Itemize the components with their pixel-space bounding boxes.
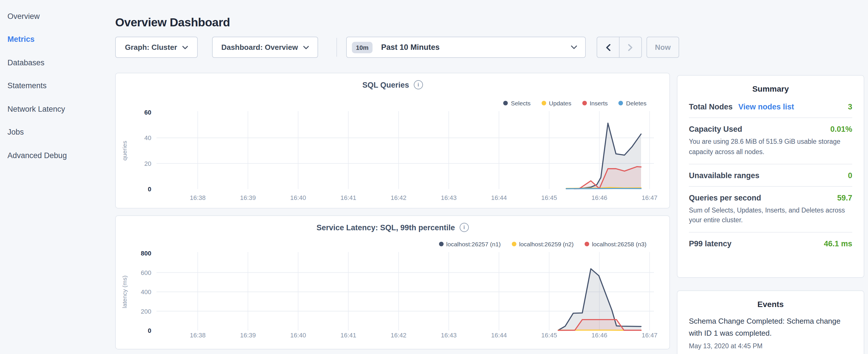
now-button[interactable]: Now bbox=[647, 37, 679, 58]
sidebar-item-network-latency[interactable]: Network Latency bbox=[0, 97, 109, 121]
summary-row-value: 59.7 bbox=[837, 193, 852, 202]
chart-legend-1: localhost:26257 (n1)localhost:26259 (n2)… bbox=[439, 240, 647, 248]
svg-text:16:45: 16:45 bbox=[541, 194, 557, 201]
summary-row-description: You are using 28.6 MiB of 515.9 GiB usab… bbox=[689, 137, 852, 157]
chart-title: Service Latency: SQL, 99th percentile bbox=[316, 223, 455, 232]
next-range-button[interactable] bbox=[619, 37, 641, 57]
events-panel: Events Schema Change Completed: Schema c… bbox=[677, 290, 864, 354]
svg-text:16:41: 16:41 bbox=[340, 194, 356, 201]
event-message: Schema Change Completed: Schema change w… bbox=[689, 315, 852, 339]
svg-text:16:39: 16:39 bbox=[240, 332, 256, 339]
svg-text:16:39: 16:39 bbox=[240, 194, 256, 201]
sidebar-item-metrics[interactable]: Metrics bbox=[0, 28, 109, 51]
legend-item: Updates bbox=[541, 100, 571, 106]
summary-heading: Summary bbox=[677, 84, 864, 93]
toolbar-divider bbox=[336, 38, 337, 57]
summary-row-value: 46.1 ms bbox=[824, 240, 852, 248]
sidebar-item-statements[interactable]: Statements bbox=[0, 74, 109, 97]
chevron-down-icon bbox=[303, 45, 309, 49]
svg-text:600: 600 bbox=[141, 269, 151, 277]
chevron-down-icon bbox=[571, 45, 577, 49]
sidebar-item-jobs[interactable]: Jobs bbox=[0, 121, 109, 144]
legend-label: Deletes bbox=[626, 100, 647, 106]
app-root: Overview Metrics Databases Statements Ne… bbox=[0, 0, 868, 354]
legend-label: localhost:26259 (n2) bbox=[519, 240, 574, 248]
info-icon[interactable]: i bbox=[414, 80, 423, 89]
legend-dot-icon bbox=[512, 242, 516, 246]
sidebar-item-databases[interactable]: Databases bbox=[0, 51, 109, 74]
time-window-label: Past 10 Minutes bbox=[381, 43, 440, 52]
svg-text:16:46: 16:46 bbox=[591, 332, 607, 339]
svg-text:40: 40 bbox=[145, 134, 151, 141]
summary-row-value: 0.01% bbox=[830, 125, 852, 133]
svg-text:0: 0 bbox=[148, 327, 151, 334]
svg-text:16:42: 16:42 bbox=[391, 332, 406, 339]
chevron-left-icon bbox=[606, 44, 610, 51]
event-item[interactable]: Schema Change Completed: Schema change w… bbox=[689, 315, 852, 349]
summary-row-capacity-used: Capacity Used 0.01% You are using 28.6 M… bbox=[689, 118, 852, 164]
chart-svg-0[interactable]: 16:3816:3916:4016:4116:4216:4316:4416:45… bbox=[116, 73, 671, 211]
summary-panel: Summary Total Nodes View nodes list 3 Ca… bbox=[677, 75, 864, 278]
sidebar-item-overview[interactable]: Overview bbox=[0, 5, 109, 28]
legend-dot-icon bbox=[541, 101, 546, 105]
chart-title-row: Service Latency: SQL, 99th percentile i bbox=[116, 223, 670, 232]
summary-row-label: Total Nodes bbox=[689, 102, 733, 111]
time-window-badge: 10m bbox=[352, 41, 373, 53]
svg-text:0: 0 bbox=[148, 186, 151, 193]
svg-text:16:47: 16:47 bbox=[642, 194, 657, 201]
svg-text:16:38: 16:38 bbox=[190, 194, 206, 201]
time-window-dropdown[interactable]: 10m Past 10 Minutes bbox=[346, 37, 586, 58]
legend-dot-icon bbox=[619, 101, 623, 105]
svg-text:queries: queries bbox=[121, 141, 128, 161]
svg-text:20: 20 bbox=[145, 160, 151, 167]
svg-text:16:43: 16:43 bbox=[441, 194, 457, 201]
graph-dropdown-label: Graph: Cluster bbox=[125, 43, 177, 52]
svg-text:60: 60 bbox=[145, 109, 151, 116]
chart-svg-1[interactable]: 16:3816:3916:4016:4116:4216:4316:4416:45… bbox=[116, 216, 671, 353]
legend-dot-icon bbox=[439, 242, 443, 246]
legend-item: Inserts bbox=[582, 100, 608, 106]
graph-dropdown[interactable]: Graph: Cluster bbox=[115, 37, 198, 58]
chart-legend-0: SelectsUpdatesInsertsDeletes bbox=[503, 100, 647, 106]
time-range-stepper bbox=[597, 37, 642, 58]
legend-item: Selects bbox=[503, 100, 531, 106]
svg-text:16:41: 16:41 bbox=[340, 332, 356, 339]
chart-title-row: SQL Queries i bbox=[116, 80, 670, 89]
summary-row-value: 0 bbox=[848, 171, 852, 180]
chevron-right-icon bbox=[628, 44, 633, 51]
svg-text:16:46: 16:46 bbox=[591, 194, 607, 201]
legend-label: Selects bbox=[511, 100, 531, 106]
sql-queries-chart-card: 16:3816:3916:4016:4116:4216:4316:4416:45… bbox=[115, 73, 670, 208]
dashboard-dropdown[interactable]: Dashboard: Overview bbox=[212, 37, 318, 58]
legend-label: Inserts bbox=[590, 100, 608, 106]
summary-row-description: Sum of Selects, Updates, Inserts, and De… bbox=[689, 205, 852, 226]
legend-dot-icon bbox=[582, 101, 587, 105]
legend-item: localhost:26257 (n1) bbox=[439, 240, 501, 248]
summary-row-label: Queries per second bbox=[689, 193, 761, 202]
summary-row-label: Capacity Used bbox=[689, 125, 742, 133]
summary-row-total-nodes: Total Nodes View nodes list 3 bbox=[689, 96, 852, 118]
chart-title: SQL Queries bbox=[362, 81, 409, 89]
sidebar-item-advanced-debug[interactable]: Advanced Debug bbox=[0, 144, 109, 167]
summary-row-unavailable-ranges: Unavailable ranges 0 bbox=[689, 164, 852, 187]
prev-range-button[interactable] bbox=[597, 37, 619, 57]
svg-text:400: 400 bbox=[141, 288, 151, 296]
info-icon[interactable]: i bbox=[460, 223, 469, 232]
legend-label: Updates bbox=[549, 100, 571, 106]
svg-text:16:43: 16:43 bbox=[441, 332, 457, 339]
legend-item: Deletes bbox=[619, 100, 647, 106]
chevron-down-icon bbox=[182, 45, 188, 49]
service-latency-chart-card: 16:3816:3916:4016:4116:4216:4316:4416:45… bbox=[115, 215, 670, 349]
svg-text:16:45: 16:45 bbox=[541, 332, 557, 339]
sidebar: Overview Metrics Databases Statements Ne… bbox=[0, 0, 109, 167]
legend-label: localhost:26258 (n3) bbox=[592, 240, 647, 248]
svg-text:16:47: 16:47 bbox=[642, 332, 657, 339]
summary-row-label: Unavailable ranges bbox=[689, 171, 760, 180]
page-title: Overview Dashboard bbox=[115, 15, 230, 29]
view-nodes-list-link[interactable]: View nodes list bbox=[739, 102, 794, 111]
svg-text:16:38: 16:38 bbox=[190, 332, 206, 339]
svg-text:16:40: 16:40 bbox=[290, 332, 306, 339]
legend-dot-icon bbox=[585, 242, 589, 246]
summary-row-queries-per-second: Queries per second 59.7 Sum of Selects, … bbox=[689, 187, 852, 232]
svg-text:16:42: 16:42 bbox=[391, 194, 406, 201]
